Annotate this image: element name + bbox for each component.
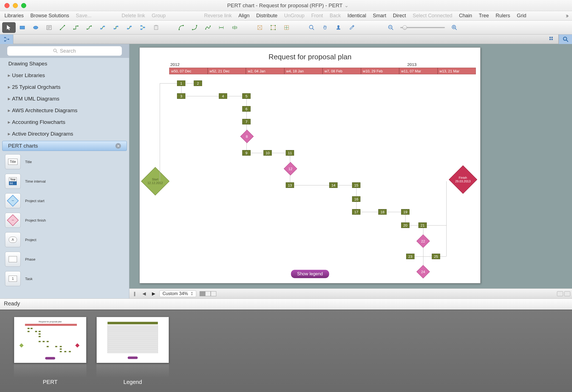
task-node[interactable]: 18 xyxy=(378,209,387,215)
line-tool[interactable] xyxy=(56,22,69,33)
menu-align[interactable]: Align xyxy=(238,13,249,19)
shape-item[interactable]: −Project start xyxy=(0,191,129,210)
task-node[interactable]: 21 xyxy=(418,222,427,228)
sidebar-tab-tree-icon[interactable] xyxy=(0,35,13,44)
connector-tool-3[interactable] xyxy=(96,22,109,33)
menu-reverse-link[interactable]: Reverse link xyxy=(204,13,232,19)
milestone-node[interactable]: 12 xyxy=(284,162,297,175)
menu-grid[interactable]: Grid xyxy=(517,13,526,19)
zoom-out-button[interactable] xyxy=(384,22,398,33)
arc-tool-2[interactable] xyxy=(188,22,201,33)
library-item[interactable]: ▶User Libraries xyxy=(0,70,129,81)
task-node[interactable]: 13 xyxy=(286,182,294,188)
footer-icon-1[interactable] xyxy=(557,291,563,296)
menu-identical[interactable]: Identical xyxy=(347,13,366,19)
sidebar-tab-search-icon[interactable] xyxy=(559,35,572,44)
dimension-tool-box[interactable] xyxy=(228,22,241,33)
text-tool[interactable] xyxy=(42,22,56,33)
library-header-active[interactable]: PERT charts ✕ xyxy=(2,141,127,151)
shape-item[interactable]: TitleTitle xyxy=(0,152,129,171)
footer-icon-2[interactable] xyxy=(564,291,570,296)
shape-item[interactable]: Phase xyxy=(0,249,129,269)
canvas-page[interactable]: Request for proposal plan 2012 2013 w50,… xyxy=(139,47,481,283)
zoom-tool[interactable] xyxy=(305,22,318,33)
shape-item[interactable]: 1Task xyxy=(0,269,129,288)
connector-tool-4[interactable] xyxy=(109,22,123,33)
close-window-button[interactable] xyxy=(4,3,9,8)
task-node[interactable]: 20 xyxy=(401,222,409,228)
select-tool[interactable] xyxy=(2,22,16,33)
menu-ungroup[interactable]: UnGroup xyxy=(284,13,304,19)
stamp-tool[interactable] xyxy=(332,22,345,33)
task-node[interactable]: 17 xyxy=(352,209,360,215)
menu-rulers[interactable]: Rulers xyxy=(496,13,510,19)
menu-tree[interactable]: Tree xyxy=(479,13,489,19)
task-node[interactable]: 2 xyxy=(194,80,202,86)
spline-tool[interactable] xyxy=(201,22,215,33)
task-node[interactable]: 23 xyxy=(406,254,415,259)
task-node[interactable]: 3 xyxy=(177,93,185,99)
edit-tool-2[interactable] xyxy=(266,22,280,33)
menu-overflow-icon[interactable]: ›› xyxy=(566,12,568,19)
rectangle-tool[interactable] xyxy=(16,22,29,33)
zoom-slider[interactable] xyxy=(400,27,445,28)
task-node[interactable]: 4 xyxy=(219,93,227,99)
search-input[interactable]: Search xyxy=(7,46,122,56)
task-node[interactable]: 14 xyxy=(329,182,338,188)
menu-chain[interactable]: Chain xyxy=(459,13,472,19)
zoom-in-button[interactable] xyxy=(448,22,461,33)
library-item[interactable]: ▶Accounting Flowcharts xyxy=(0,116,129,128)
zoom-level-select[interactable]: Custom 34% ▲▼ xyxy=(159,290,196,297)
task-node[interactable]: 9 xyxy=(242,150,251,156)
menu-front[interactable]: Front xyxy=(311,13,323,19)
start-node[interactable]: Start12.12.2012 xyxy=(141,167,169,195)
stepper-icon[interactable]: ▲▼ xyxy=(191,291,193,296)
shape-item[interactable]: −Project finish xyxy=(0,210,129,230)
edit-tool-1[interactable] xyxy=(253,22,266,33)
task-node[interactable]: 15 xyxy=(352,182,360,188)
menu-select-connected[interactable]: Select Connected xyxy=(413,13,452,19)
menu-libraries[interactable]: Libraries xyxy=(4,13,24,19)
library-item[interactable]: ▶AWS Architecture Diagrams xyxy=(0,105,129,116)
menu-back[interactable]: Back xyxy=(329,13,341,19)
task-node[interactable]: 16 xyxy=(352,196,360,202)
close-icon[interactable]: ✕ xyxy=(115,143,121,149)
finish-node[interactable]: Finish29.03.2013 xyxy=(449,165,477,194)
task-node[interactable]: 10 xyxy=(263,150,272,156)
menu-direct[interactable]: Direct xyxy=(393,13,406,19)
connector-tool-2[interactable] xyxy=(83,22,96,33)
connector-tool-1[interactable] xyxy=(69,22,83,33)
task-node[interactable]: 11 xyxy=(286,150,294,156)
clipboard-tool[interactable] xyxy=(149,22,163,33)
slide-thumbnail[interactable]: Request for proposal plan PERT xyxy=(14,317,86,385)
milestone-node[interactable]: 22 xyxy=(416,234,430,248)
prev-page-button[interactable]: ◀ xyxy=(140,290,148,297)
menu-smart[interactable]: Smart xyxy=(373,13,386,19)
task-node[interactable]: 25 xyxy=(432,254,440,259)
connector-tool-6[interactable] xyxy=(136,22,149,33)
task-node[interactable]: 7 xyxy=(242,119,251,124)
shape-item[interactable]: YearIntTime interval xyxy=(0,171,129,191)
show-legend-button[interactable]: Show legend xyxy=(291,270,329,278)
milestone-node[interactable]: 8 xyxy=(240,130,254,143)
task-node[interactable]: 1 xyxy=(177,80,185,86)
task-node[interactable]: 19 xyxy=(401,209,409,215)
title-dropdown-icon[interactable]: ⌄ xyxy=(344,3,349,8)
dimension-tool-h[interactable] xyxy=(215,22,228,33)
next-page-button[interactable]: ▶ xyxy=(150,290,157,297)
ellipse-tool[interactable] xyxy=(29,22,42,33)
library-item[interactable]: ▶25 Typical Orgcharts xyxy=(0,81,129,93)
task-node[interactable]: 5 xyxy=(242,93,251,99)
slide-thumbnail[interactable]: Legend xyxy=(96,317,169,385)
arc-tool-1[interactable] xyxy=(174,22,188,33)
menu-distribute[interactable]: Distribute xyxy=(256,13,277,19)
shape-item[interactable]: AProject xyxy=(0,230,129,249)
edit-tool-3[interactable] xyxy=(280,22,293,33)
menu-save[interactable]: Save... xyxy=(76,13,91,19)
eyedropper-tool[interactable] xyxy=(345,22,358,33)
minimize-window-button[interactable] xyxy=(13,3,18,8)
connector-tool-5[interactable] xyxy=(123,22,136,33)
menu-browse-solutions[interactable]: Browse Solutions xyxy=(30,13,69,19)
menu-group[interactable]: Group xyxy=(152,13,166,19)
library-item[interactable]: Drawing Shapes xyxy=(0,58,129,70)
